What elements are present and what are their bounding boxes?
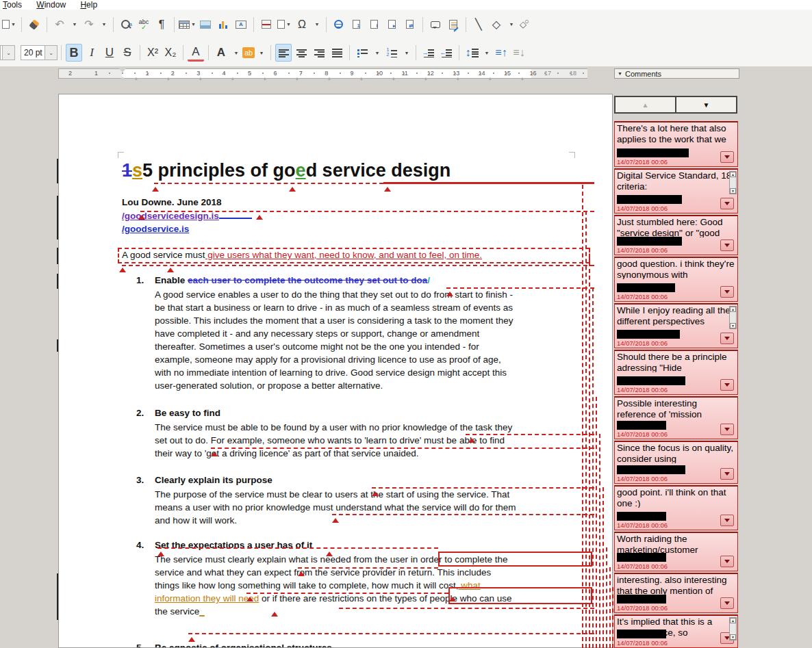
clear-formatting-icon[interactable]: A (188, 44, 204, 62)
comment-scrollbar[interactable]: ▲ ▼ (729, 306, 737, 329)
previous-comment-button[interactable]: ▲ (616, 97, 676, 112)
comment-card[interactable]: Since the focus is on quality, consider … (614, 441, 738, 484)
find-replace-icon[interactable]: a (118, 16, 134, 34)
bullet-list-icon[interactable] (354, 44, 370, 62)
comment-menu-button[interactable] (720, 239, 734, 251)
insert-line-icon[interactable]: ╲ (470, 16, 487, 34)
insert-textbox-icon[interactable]: A (233, 16, 249, 34)
comment-card[interactable]: Worth raiding the marketing/customer 14/… (614, 532, 738, 571)
font-name-combo[interactable]: ⌄ (0, 45, 15, 60)
hyperlink-icon[interactable] (331, 16, 347, 34)
gallery-icon[interactable]: ▼ (1, 16, 17, 34)
ruler-mark (506, 73, 507, 74)
scroll-up-icon[interactable]: ▲ (730, 307, 736, 312)
insert-field-icon[interactable]: ▼ (276, 16, 292, 34)
link-goodservice[interactable]: /goodservice.is (122, 224, 189, 234)
numbered-list-dropdown-icon[interactable]: ▼ (402, 44, 411, 62)
line-spacing-dropdown-icon[interactable]: ▼ (482, 44, 492, 62)
align-left-button[interactable] (275, 44, 292, 62)
paragraph-space-increase-icon[interactable]: ≡↑ (493, 44, 509, 62)
bullet-list-dropdown-icon[interactable]: ▼ (372, 44, 382, 62)
comment-menu-button[interactable] (720, 515, 734, 526)
shapes-dropdown-icon[interactable]: ▼ (507, 16, 516, 34)
insert-chart-icon[interactable] (215, 16, 231, 34)
track-changes-icon[interactable] (445, 16, 461, 34)
justify-button[interactable] (329, 44, 345, 62)
superscript-button[interactable]: X² (144, 44, 161, 62)
insert-table-icon[interactable]: ▼ (179, 16, 196, 34)
footnote-icon[interactable]: 1 (348, 16, 365, 34)
insert-comment-icon[interactable] (427, 16, 444, 34)
font-color-dropdown-icon[interactable]: ▼ (231, 44, 241, 62)
cross-reference-icon[interactable]: ⇄ (402, 16, 418, 34)
underline-button[interactable]: U (101, 44, 118, 62)
redo-icon[interactable]: ↷ (81, 16, 97, 34)
next-comment-button[interactable]: ▼ (676, 97, 736, 112)
menu-help[interactable]: Help (80, 1, 97, 10)
undo-dropdown-icon[interactable]: ▼ (70, 16, 79, 34)
comment-timestamp: 14/07/2018 00:06 (617, 604, 668, 612)
special-character-icon[interactable]: Ω (294, 16, 310, 34)
comments-column-header[interactable]: ▼ Comments (614, 68, 739, 79)
comment-menu-button[interactable] (720, 597, 734, 609)
menu-tools[interactable]: Tools (3, 1, 22, 10)
show-draw-functions-icon[interactable]: ◇○ (518, 16, 534, 34)
insert-image-icon[interactable] (197, 16, 214, 34)
comment-card[interactable]: Just stumbled here: Good "service design… (614, 215, 738, 255)
align-center-button[interactable] (293, 44, 309, 62)
comment-menu-button[interactable] (720, 151, 734, 163)
comment-card[interactable]: good point. i'll think on that one :) 14… (614, 485, 738, 530)
comment-menu-button[interactable] (720, 198, 734, 209)
comment-menu-button[interactable] (720, 333, 734, 344)
formatting-marks-icon[interactable]: ¶ (153, 16, 170, 34)
comment-card[interactable]: While I enjoy reading all the different … (614, 303, 738, 348)
chevron-down-icon (724, 560, 730, 566)
comment-menu-button[interactable] (720, 468, 734, 480)
italic-button[interactable]: I (84, 44, 100, 62)
increase-indent-icon[interactable]: → (420, 44, 437, 62)
numbered-list-icon[interactable] (383, 44, 400, 62)
special-character-dropdown-icon[interactable]: ▼ (312, 16, 322, 34)
comment-card[interactable]: It's implied that this is a digital serv… (614, 614, 738, 648)
bookmark-icon[interactable]: ▸ (384, 16, 401, 34)
clone-formatting-icon[interactable] (26, 16, 42, 34)
menu-window[interactable]: Window (36, 1, 66, 10)
text-boundary-corner (118, 152, 124, 158)
scroll-down-icon[interactable]: ▼ (730, 323, 736, 328)
comment-card[interactable]: Digital Service Standard, 18 criteria: 1… (614, 168, 738, 213)
line-spacing-icon[interactable]: ↕ (464, 44, 480, 62)
spellcheck-icon[interactable]: abc✓ (136, 16, 152, 34)
ruler-mark (109, 73, 110, 74)
endnote-icon[interactable]: i (366, 16, 383, 34)
horizontal-ruler[interactable]: 21123456789101112131415161718⊥⊥⊥⊥⊥⊥⊥⊥⊥⊥⊥… (58, 68, 587, 79)
comment-menu-button[interactable] (720, 286, 734, 298)
highlight-color-icon[interactable]: ab (242, 47, 255, 58)
font-size-combo[interactable]: 20 pt⌄ (21, 45, 58, 60)
page-break-icon[interactable] (258, 16, 275, 34)
redo-dropdown-icon[interactable]: ▼ (99, 16, 109, 34)
scroll-up-icon[interactable]: ▲ (730, 172, 736, 177)
comment-menu-button[interactable] (720, 556, 734, 567)
comment-scrollbar[interactable]: ▲ ▼ (729, 617, 737, 640)
scroll-up-icon[interactable]: ▲ (730, 618, 736, 623)
undo-icon[interactable]: ↶ (51, 16, 68, 34)
comment-card[interactable]: good question. i think they're synonymou… (614, 257, 738, 302)
strikethrough-button[interactable]: S (119, 44, 136, 62)
comment-card[interactable]: interesting. also interesting that the o… (614, 573, 738, 613)
bold-button[interactable]: B (66, 44, 82, 62)
decrease-indent-icon[interactable]: ← (438, 44, 455, 62)
basic-shapes-icon[interactable]: ◇ (488, 16, 505, 34)
comment-scrollbar[interactable]: ▲ ▼ (729, 171, 737, 194)
comment-menu-button[interactable] (720, 424, 734, 435)
scroll-down-icon[interactable]: ▼ (730, 188, 736, 194)
comment-menu-button[interactable] (720, 379, 734, 391)
comment-card[interactable]: Should there be a principle adressing "H… (614, 350, 738, 395)
highlight-dropdown-icon[interactable]: ▼ (257, 44, 266, 62)
align-right-button[interactable] (311, 44, 327, 62)
comment-card[interactable]: There's a lot here that also applies to … (614, 121, 738, 167)
comment-anchor-line (118, 248, 590, 263)
comment-card[interactable]: Possible interesting reference of 'missi… (614, 396, 738, 439)
scroll-down-icon[interactable]: ▼ (730, 634, 736, 640)
subscript-button[interactable]: X₂ (162, 44, 179, 62)
font-color-icon[interactable]: A (213, 44, 229, 62)
